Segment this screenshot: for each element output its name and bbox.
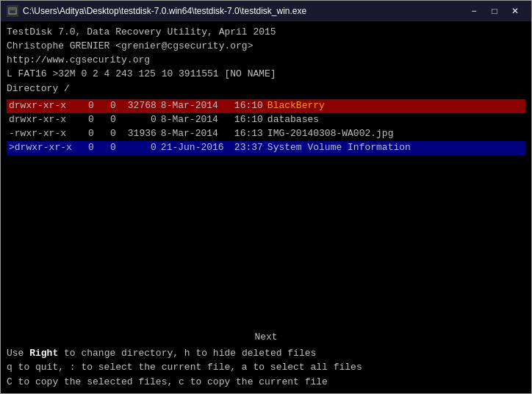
table-row[interactable]: drwxr-xr-x0008-Mar-201416:10databases: [7, 113, 525, 127]
file-name: BlackBerry: [265, 99, 525, 113]
help-line-1: Use Right to change directory, h to hide…: [7, 346, 525, 361]
next-label: Next: [7, 331, 525, 345]
file-uid: 0: [74, 127, 96, 141]
app-info: TestDisk 7.0, Data Recovery Utility, Apr…: [7, 26, 525, 81]
file-uid: 0: [74, 99, 96, 113]
file-time: 16:10: [232, 113, 265, 127]
file-name: databases: [265, 113, 525, 127]
close-button[interactable]: ✕: [505, 4, 525, 18]
file-uid: 0: [74, 113, 96, 127]
main-window: C:\Users\Aditya\Desktop\testdisk-7.0.win…: [0, 0, 532, 394]
file-size: 32768: [118, 99, 159, 113]
title-bar-left: C:\Users\Aditya\Desktop\testdisk-7.0.win…: [7, 5, 306, 17]
table-row[interactable]: >drwxr-xr-x00021-Jun-201623:37System Vol…: [7, 141, 525, 155]
file-permissions: >drwxr-xr-x: [7, 141, 74, 155]
file-date: 8-Mar-2014: [159, 99, 232, 113]
table-row[interactable]: drwxr-xr-x00327688-Mar-201416:10BlackBer…: [7, 99, 525, 113]
maximize-button[interactable]: □: [484, 4, 505, 18]
minimize-button[interactable]: −: [464, 4, 484, 18]
file-gid: 0: [96, 113, 118, 127]
window-controls: − □ ✕: [464, 4, 525, 18]
file-gid: 0: [96, 141, 118, 155]
title-bar: C:\Users\Aditya\Desktop\testdisk-7.0.win…: [1, 1, 531, 21]
file-size: 31936: [118, 127, 159, 141]
file-date: 8-Mar-2014: [159, 113, 232, 127]
file-gid: 0: [96, 127, 118, 141]
file-name: System Volume Information: [265, 141, 525, 155]
file-name: IMG-20140308-WA002.jpg: [265, 127, 525, 141]
file-table: drwxr-xr-x00327688-Mar-201416:10BlackBer…: [7, 99, 525, 154]
file-time: 16:13: [232, 127, 265, 141]
file-permissions: drwxr-xr-x: [7, 113, 74, 127]
svg-rect-1: [9, 8, 16, 10]
help-line-2: q to quit, : to select the current file,…: [7, 360, 525, 375]
file-size: 0: [118, 141, 159, 155]
file-size: 0: [118, 113, 159, 127]
app-title-line: TestDisk 7.0, Data Recovery Utility, Apr…: [7, 26, 525, 40]
table-row[interactable]: -rwxr-xr-x00319368-Mar-201416:13IMG-2014…: [7, 127, 525, 141]
file-time: 23:37: [232, 141, 265, 155]
fat-info-line: L FAT16 >32M 0 2 4 243 125 10 3911551 [N…: [7, 68, 525, 82]
file-permissions: -rwxr-xr-x: [7, 127, 74, 141]
terminal-area: TestDisk 7.0, Data Recovery Utility, Apr…: [1, 21, 531, 393]
bottom-section: Next Use Right to change directory, h to…: [7, 328, 525, 389]
directory-label: Directory /: [7, 82, 525, 96]
author-line: Christophe GRENIER <grenier@cgsecurity.o…: [7, 40, 525, 54]
file-uid: 0: [74, 141, 96, 155]
file-gid: 0: [96, 99, 118, 113]
file-date: 8-Mar-2014: [159, 127, 232, 141]
help-text: Use Right to change directory, h to hide…: [7, 346, 525, 390]
help-line-3: C to copy the selected files, c to copy …: [7, 375, 525, 390]
website-line: http://www.cgsecurity.org: [7, 54, 525, 68]
window-title: C:\Users\Aditya\Desktop\testdisk-7.0.win…: [23, 6, 306, 16]
file-date: 21-Jun-2016: [159, 141, 232, 155]
app-icon: [7, 5, 18, 17]
file-permissions: drwxr-xr-x: [7, 99, 74, 113]
file-time: 16:10: [232, 99, 265, 113]
